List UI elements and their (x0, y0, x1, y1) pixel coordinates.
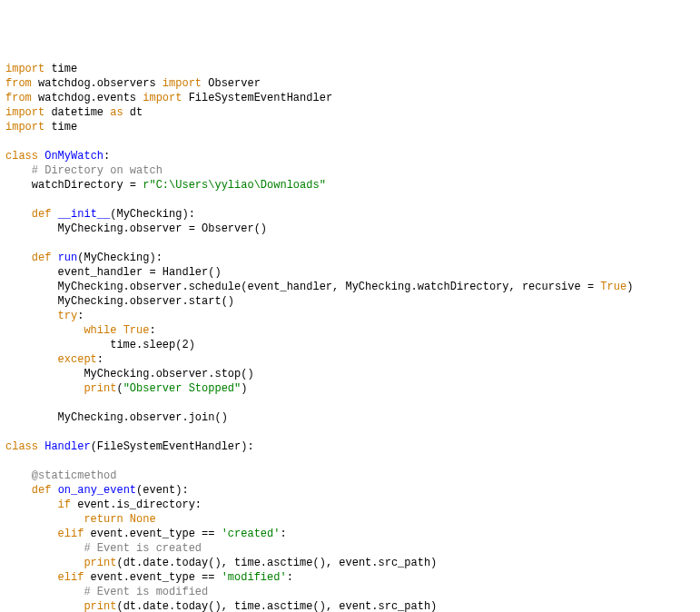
token: None (130, 513, 156, 526)
token: OnMyWatch (44, 150, 104, 163)
token: return (84, 513, 123, 526)
token: (FileSystemEventHandler): (91, 440, 254, 453)
token: ) (626, 281, 633, 293)
token (5, 252, 32, 264)
token: __init__ (58, 208, 111, 221)
code-line: MyChecking.observer.start() (5, 294, 695, 309)
code-line (5, 134, 695, 149)
token (5, 353, 58, 366)
token: class (5, 440, 38, 453)
code-line (5, 425, 695, 439)
code-line: class Handler(FileSystemEventHandler): (5, 439, 695, 454)
token: except (58, 353, 97, 366)
code-line: @staticmethod (5, 469, 695, 483)
token: from (5, 92, 32, 104)
token: def (32, 208, 52, 221)
code-line: def __init__(MyChecking): (5, 207, 695, 222)
code-line: watchDirectory = r"C:\Users\yyliao\Downl… (5, 178, 695, 192)
token (5, 586, 84, 598)
token: watchdog.events (32, 92, 143, 104)
token: 'modified' (222, 571, 287, 584)
token: elif (58, 571, 84, 584)
token: "Observer Stopped" (123, 382, 242, 395)
token: (event): (136, 484, 189, 497)
token (51, 252, 57, 264)
code-line: import datetime as dt (5, 105, 695, 120)
code-line: if event.is_directory: (5, 498, 695, 512)
token: MyChecking.observer.join() (5, 411, 228, 424)
python-source: import timefrom watchdog.observers impor… (5, 62, 695, 612)
code-line: def run(MyChecking): (5, 251, 695, 265)
token: True (600, 281, 626, 293)
token: Observer (202, 77, 261, 90)
token: # Directory on watch (32, 164, 163, 177)
token: watchdog.observers (32, 77, 163, 90)
token: time (44, 63, 77, 75)
token: on_any_event (58, 484, 136, 497)
token (5, 208, 32, 221)
code-line: print(dt.date.today(), time.asctime(), e… (5, 599, 695, 612)
token: import (5, 121, 44, 133)
token: r"C:\Users\yyliao\Downloads" (143, 179, 326, 192)
token: import (163, 77, 202, 90)
token: : (104, 150, 110, 163)
token: import (5, 63, 44, 75)
token: import (5, 106, 44, 119)
token: (MyChecking): (77, 252, 163, 264)
token (5, 484, 32, 497)
token: time.sleep(2) (5, 339, 195, 351)
token: def (32, 484, 52, 497)
token: MyChecking.observer = Observer() (5, 222, 267, 235)
token (5, 557, 84, 569)
token: : (149, 324, 155, 337)
token: elif (58, 528, 84, 540)
token: MyChecking.observer.start() (5, 295, 234, 308)
token: : (77, 310, 84, 322)
token: event_handler = Handler() (5, 266, 222, 279)
token: MyChecking.observer.stop() (5, 368, 254, 380)
code-line (5, 454, 695, 469)
token: print (84, 382, 116, 395)
token: 'created' (222, 528, 281, 540)
token: import (143, 92, 182, 104)
code-line: elif event.event_type == 'modified': (5, 570, 695, 585)
code-line (5, 396, 695, 410)
token: print (84, 600, 116, 612)
code-line: def on_any_event(event): (5, 483, 695, 498)
token: if (58, 498, 71, 511)
code-line: from watchdog.observers import Observer (5, 76, 695, 91)
token (5, 324, 84, 337)
token: # Event is modified (84, 586, 208, 598)
token: (MyChecking): (110, 208, 195, 221)
token: run (58, 252, 78, 264)
token: MyChecking.observer.schedule(event_handl… (5, 281, 600, 293)
token: ) (241, 382, 247, 395)
code-line: MyChecking.observer.join() (5, 410, 695, 425)
code-line: class OnMyWatch: (5, 149, 695, 163)
code-line: elif event.event_type == 'created': (5, 527, 695, 541)
token (51, 208, 57, 221)
code-line: except: (5, 352, 695, 367)
token (5, 469, 32, 482)
code-block: { "tokens": [ [["import","kw"],[" time",… (0, 0, 700, 612)
code-line (5, 236, 695, 251)
token (5, 571, 58, 584)
code-line: print("Observer Stopped") (5, 381, 695, 396)
token: time (44, 121, 77, 133)
code-line: print(dt.date.today(), time.asctime(), e… (5, 556, 695, 570)
token (5, 542, 84, 555)
token (5, 600, 84, 612)
code-line: from watchdog.events import FileSystemEv… (5, 91, 695, 105)
token: while (84, 324, 116, 337)
code-line: time.sleep(2) (5, 338, 695, 352)
token: # Event is created (84, 542, 202, 555)
token: event.event_type == (84, 571, 221, 584)
token: : (287, 571, 293, 584)
token: from (5, 77, 32, 90)
token: dt (123, 106, 143, 119)
token (5, 513, 84, 526)
token: event.is_directory: (71, 498, 202, 511)
token (123, 513, 130, 526)
token: watchDirectory = (5, 179, 143, 192)
token (5, 310, 58, 322)
